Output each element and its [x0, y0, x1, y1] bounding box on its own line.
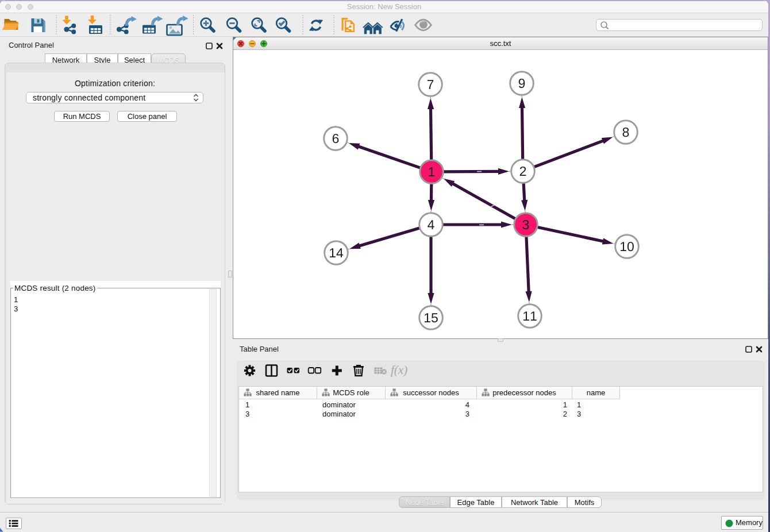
svg-text:f(x): f(x): [391, 363, 407, 377]
